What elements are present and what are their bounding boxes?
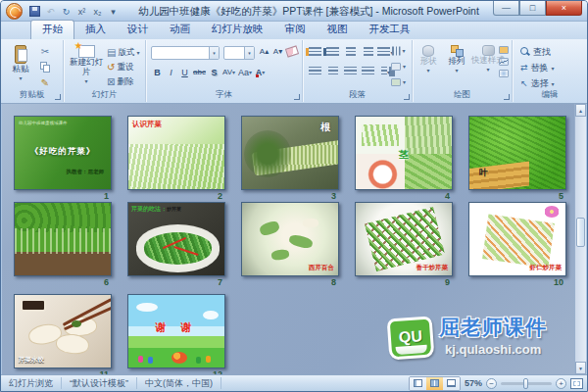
align-center-button[interactable] <box>324 65 341 78</box>
clipboard-group-label: 剪贴板 <box>1 89 63 101</box>
scrollbar-thumb[interactable] <box>576 218 585 247</box>
status-language[interactable]: 中文(简体，中国) <box>137 377 221 389</box>
subscript-icon[interactable]: x₂ <box>91 5 104 18</box>
italic-button[interactable]: I <box>165 66 177 78</box>
close-button[interactable]: × <box>546 1 582 16</box>
tab-design[interactable]: 设计 <box>117 21 159 39</box>
redo-icon[interactable]: ↻ <box>60 5 73 18</box>
find-button[interactable]: 查找 <box>520 45 555 59</box>
zoom-out-button[interactable]: − <box>486 378 497 389</box>
save-icon[interactable] <box>28 5 41 18</box>
numbering-button[interactable] <box>324 45 341 59</box>
zoom-level[interactable]: 57% <box>465 378 482 388</box>
font-name-dropdown-icon[interactable]: ▾ <box>209 47 219 59</box>
increase-indent-button[interactable] <box>360 45 376 59</box>
zoom-slider-thumb[interactable] <box>523 378 528 389</box>
reset-icon: ↺ <box>107 63 115 73</box>
minimize-button[interactable]: — <box>493 1 519 16</box>
character-spacing-button[interactable]: AV▾ <box>221 66 236 78</box>
tab-review[interactable]: 审阅 <box>274 21 317 39</box>
tab-slideshow[interactable]: 幻灯片放映 <box>201 21 274 39</box>
office-button[interactable] <box>6 3 23 20</box>
slide-thumbnail-5[interactable]: 叶 <box>468 116 566 190</box>
slide-thumbnail-12[interactable]: 谢 谢 <box>127 294 225 368</box>
clipboard-dialog-launcher[interactable] <box>55 94 61 100</box>
shrink-font-button[interactable]: A▾ <box>271 45 284 58</box>
bold-button[interactable]: B <box>151 66 164 78</box>
shape-effects-icon[interactable] <box>499 70 509 77</box>
justify-button[interactable] <box>360 65 376 78</box>
tab-animations[interactable]: 动画 <box>159 21 201 39</box>
slide-thumbnail-2[interactable]: 认识芹菜 <box>127 116 225 190</box>
slide-thumbnail-9[interactable]: 香干炒芹菜 <box>355 202 453 276</box>
align-text-button[interactable]: ▾ <box>391 60 406 73</box>
copy-button[interactable] <box>40 61 50 74</box>
tab-insert[interactable]: 插入 <box>74 21 117 39</box>
slide-thumbnail-10[interactable]: 虾仁炒芹菜 <box>468 202 566 276</box>
font-color-button[interactable]: A▾ <box>254 66 267 78</box>
tab-developer[interactable]: 开发工具 <box>359 21 421 39</box>
paste-button[interactable]: 粘贴 ▾ <box>5 43 36 81</box>
text-direction-button[interactable]: ▾ <box>391 44 406 57</box>
select-button[interactable]: ↖ 选择 ▾ <box>520 76 555 90</box>
slide-thumbnail-1[interactable]: 幼儿园中班健康领域课件 《好吃的芹菜》 执教者：屈老师 <box>14 116 112 190</box>
underline-button[interactable]: U <box>178 66 191 78</box>
slide-thumbnail-7[interactable]: 芹菜的吃法：炒芹菜 <box>127 202 225 276</box>
slide-thumbnail-11[interactable]: 芹菜水饺 <box>14 294 112 368</box>
view-mode-buttons <box>409 376 461 391</box>
cut-button[interactable]: ✂ <box>40 45 50 58</box>
clear-formatting-button[interactable] <box>285 45 299 58</box>
format-painter-button[interactable]: ✎ <box>40 76 50 89</box>
celery-photo <box>128 144 224 189</box>
layout-button[interactable]: ▤ 版式 ▾ <box>107 46 139 59</box>
font-size-dropdown-icon[interactable]: ▾ <box>244 47 254 59</box>
zoom-slider[interactable] <box>501 382 552 385</box>
strikethrough-button[interactable]: abc <box>192 66 207 78</box>
scroll-up-button[interactable]: ▲ <box>575 104 586 117</box>
superscript-icon[interactable]: x² <box>75 5 88 18</box>
slide-thumbnail-3[interactable]: 根 <box>241 116 339 190</box>
slide-thumbnail-8[interactable]: 西芹百合 <box>241 202 339 276</box>
shape-fill-icon[interactable] <box>499 46 509 54</box>
delete-slide-button[interactable]: ⊠ 删除 <box>107 75 139 88</box>
font-size-combo[interactable]: ▾ <box>223 46 255 60</box>
shapes-button[interactable]: 形状 ▾ <box>415 43 442 74</box>
slide-container: 叶 5 <box>468 116 566 201</box>
slide-thumbnail-6[interactable] <box>14 202 112 276</box>
slide-sorter-view-button[interactable] <box>426 377 443 390</box>
align-left-button[interactable] <box>307 65 323 78</box>
reset-button[interactable]: ↺ 重设 <box>107 61 139 74</box>
font-name-combo[interactable]: ▾ <box>151 46 220 60</box>
fit-to-window-button[interactable] <box>570 378 583 389</box>
arrange-button[interactable]: 排列 ▾ <box>443 43 470 74</box>
window-controls: — □ × <box>493 1 582 16</box>
scroll-down-button[interactable]: ▼ <box>575 362 586 374</box>
slide1-byline: 执教者：屈老师 <box>67 169 105 175</box>
zoom-in-button[interactable]: + <box>556 378 566 389</box>
bullets-button[interactable] <box>307 45 323 59</box>
convert-smartart-button[interactable]: ▾ <box>391 75 406 88</box>
tab-view[interactable]: 视图 <box>317 21 359 39</box>
tab-home[interactable]: 开始 <box>30 20 74 39</box>
maximize-button[interactable]: □ <box>519 1 546 16</box>
drawing-dialog-launcher[interactable] <box>504 94 510 100</box>
change-case-button[interactable]: Aa▾ <box>237 66 253 78</box>
slide11-label: 芹菜水饺 <box>19 356 44 365</box>
font-dialog-launcher[interactable] <box>294 94 300 100</box>
shape-outline-icon[interactable] <box>499 58 509 66</box>
replace-button[interactable]: ⇄ 替换 ▾ <box>520 61 555 74</box>
cartoon-kid <box>148 357 153 364</box>
new-slide-button[interactable]: ★ 新建幻灯片 ▾ <box>68 43 105 84</box>
vertical-scrollbar[interactable]: ▲ ▼ <box>574 104 586 374</box>
paragraph-dialog-launcher[interactable] <box>404 94 410 100</box>
undo-icon[interactable]: ↶ <box>44 5 57 18</box>
slideshow-view-button[interactable] <box>443 377 460 390</box>
normal-view-button[interactable] <box>410 377 426 390</box>
slide-thumbnail-4[interactable]: 茎 <box>355 116 453 190</box>
align-right-button[interactable] <box>342 65 359 78</box>
status-template[interactable]: “默认设计模板” <box>62 377 137 389</box>
grow-font-button[interactable]: A▴ <box>258 45 270 58</box>
decrease-indent-button[interactable] <box>342 45 359 59</box>
text-shadow-button[interactable]: S <box>208 66 220 78</box>
slide-container: 芹菜水饺 11 <box>14 294 112 374</box>
